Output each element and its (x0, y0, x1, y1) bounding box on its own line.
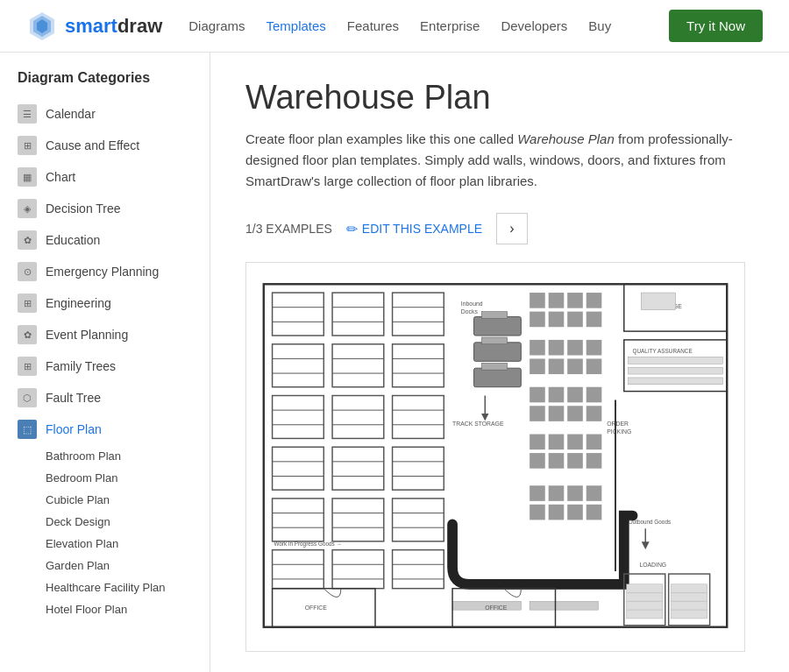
sidebar-item-education[interactable]: ✿ Education (0, 224, 210, 256)
svg-rect-61 (586, 293, 602, 308)
svg-text:Outbound Goods: Outbound Goods (629, 519, 671, 525)
svg-rect-84 (567, 435, 583, 450)
fault-icon: ⬡ (18, 388, 37, 407)
main-nav: Diagrams Templates Features Enterprise D… (188, 18, 669, 33)
main-content: Warehouse Plan Create floor plan example… (210, 53, 789, 672)
svg-rect-95 (641, 293, 675, 310)
svg-rect-98 (629, 357, 723, 364)
sidebar-item-calendar[interactable]: ☰ Calendar (0, 98, 210, 130)
sub-hotel[interactable]: Hotel Floor Plan (46, 598, 210, 620)
svg-rect-117 (567, 505, 583, 520)
svg-text:ORDER: ORDER (607, 421, 629, 427)
svg-rect-62 (530, 312, 545, 328)
svg-rect-68 (567, 340, 583, 356)
svg-rect-85 (586, 435, 602, 450)
svg-rect-70 (530, 358, 545, 374)
svg-rect-82 (530, 435, 545, 450)
sub-healthcare[interactable]: Healthcare Facility Plan (46, 577, 210, 598)
example-nav: 1/3 EXAMPLES ✏ EDIT THIS EXAMPLE › (245, 213, 754, 244)
sub-bedroom[interactable]: Bedroom Plan (46, 467, 210, 489)
svg-text:OFFICE: OFFICE (485, 605, 508, 611)
svg-rect-81 (586, 406, 602, 421)
sub-bathroom[interactable]: Bathroom Plan (46, 445, 210, 467)
svg-rect-88 (567, 453, 583, 469)
sidebar-item-label: Decision Tree (46, 202, 121, 216)
family-icon: ⊞ (18, 357, 37, 376)
svg-rect-75 (549, 387, 565, 403)
svg-rect-89 (586, 453, 602, 469)
svg-rect-122 (530, 601, 598, 610)
svg-rect-114 (586, 485, 602, 501)
svg-text:LOADING: LOADING (639, 562, 666, 568)
next-example-button[interactable]: › (496, 213, 528, 244)
edit-icon: ✏ (346, 221, 358, 237)
sidebar-title: Diagram Categories (0, 70, 210, 98)
sidebar-item-label: Emergency Planning (46, 265, 159, 279)
svg-rect-79 (549, 406, 565, 421)
svg-text:OFFICE: OFFICE (305, 605, 328, 611)
svg-rect-77 (586, 387, 602, 403)
svg-rect-64 (567, 312, 583, 328)
nav-features[interactable]: Features (347, 18, 399, 33)
svg-rect-60 (567, 293, 583, 308)
page-description: Create floor plan examples like this one… (245, 129, 754, 192)
sidebar-item-chart[interactable]: ▦ Chart (0, 161, 210, 193)
sidebar-item-event[interactable]: ✿ Event Planning (0, 319, 210, 350)
warehouse-plan-diagram: Inbound Docks (255, 272, 736, 640)
nav-developers[interactable]: Developers (501, 18, 567, 33)
edit-example-link[interactable]: ✏ EDIT THIS EXAMPLE (346, 221, 482, 237)
svg-rect-59 (549, 293, 565, 308)
sidebar-item-label: Chart (46, 170, 75, 184)
sidebar-item-label: Cause and Effect (46, 138, 139, 152)
logo-text: smartdraw (65, 15, 162, 38)
svg-rect-73 (586, 358, 602, 374)
svg-rect-115 (530, 505, 545, 520)
sidebar-item-fault[interactable]: ⬡ Fault Tree (0, 382, 210, 414)
nav-buy[interactable]: Buy (588, 18, 611, 33)
svg-rect-56 (481, 363, 507, 370)
sub-garden[interactable]: Garden Plan (46, 555, 210, 577)
sidebar-item-label: Engineering (46, 296, 111, 310)
sidebar-item-decision-tree[interactable]: ◈ Decision Tree (0, 193, 210, 224)
education-icon: ✿ (18, 230, 37, 250)
svg-rect-66 (530, 340, 545, 356)
svg-rect-51 (474, 316, 522, 336)
sidebar-item-floor-plan[interactable]: ⬚ Floor Plan (0, 414, 210, 445)
sidebar-item-emergency[interactable]: ⊙ Emergency Planning (0, 256, 210, 287)
svg-rect-76 (567, 387, 583, 403)
svg-text:Inbound: Inbound (461, 301, 483, 307)
svg-text:Docks: Docks (461, 308, 479, 315)
svg-rect-53 (474, 343, 522, 362)
sidebar-item-cause-effect[interactable]: ⊞ Cause and Effect (0, 130, 210, 161)
cause-effect-icon: ⊞ (18, 136, 37, 155)
svg-rect-52 (481, 312, 507, 319)
svg-rect-86 (530, 453, 545, 469)
svg-rect-118 (586, 505, 602, 520)
page-title: Warehouse Plan (245, 79, 754, 117)
svg-rect-65 (586, 312, 602, 328)
nav-templates[interactable]: Templates (266, 18, 325, 33)
nav-diagrams[interactable]: Diagrams (188, 18, 245, 33)
engineering-icon: ⊞ (18, 294, 37, 313)
svg-rect-83 (549, 435, 565, 450)
svg-rect-113 (567, 485, 583, 501)
svg-rect-72 (567, 358, 583, 374)
svg-rect-71 (549, 358, 565, 374)
diagram-container: Inbound Docks (245, 262, 745, 652)
svg-rect-99 (629, 367, 723, 374)
sidebar-item-label: Education (46, 233, 100, 247)
example-counter: 1/3 EXAMPLES (245, 222, 332, 236)
svg-rect-80 (567, 406, 583, 421)
logo[interactable]: smartdraw (26, 11, 162, 42)
logo-icon (26, 11, 58, 42)
sub-deck[interactable]: Deck Design (46, 511, 210, 533)
calendar-icon: ☰ (18, 104, 37, 124)
try-it-now-button[interactable]: Try it Now (669, 10, 763, 42)
sidebar-item-family[interactable]: ⊞ Family Trees (0, 350, 210, 382)
sub-cubicle[interactable]: Cubicle Plan (46, 489, 210, 511)
sub-elevation[interactable]: Elevation Plan (46, 533, 210, 555)
sidebar-item-label: Fault Tree (46, 391, 101, 405)
nav-enterprise[interactable]: Enterprise (420, 18, 480, 33)
svg-rect-111 (530, 485, 545, 501)
sidebar-item-engineering[interactable]: ⊞ Engineering (0, 287, 210, 319)
